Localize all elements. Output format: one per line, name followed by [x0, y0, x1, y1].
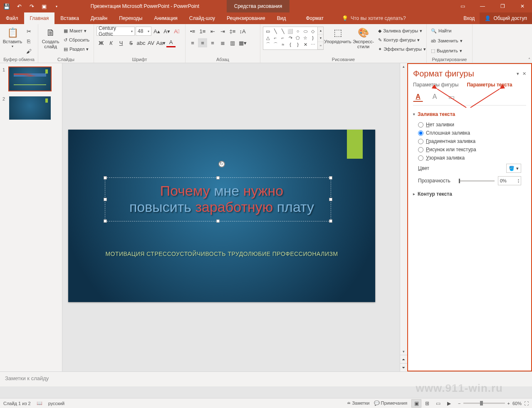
arrange-button[interactable]: ⬚ Упорядочить: [325, 27, 350, 45]
paste-button[interactable]: 📋 Вставить ▾: [2, 27, 22, 49]
start-from-beginning-icon[interactable]: ▣: [41, 3, 47, 10]
close-icon[interactable]: ✕: [513, 0, 532, 12]
align-text-icon[interactable]: ▦▾: [238, 38, 247, 47]
tab-file[interactable]: Файл: [0, 12, 24, 24]
share-button[interactable]: 👤 Общий доступ: [480, 12, 532, 24]
reset-button[interactable]: ↺ Сбросить: [62, 36, 91, 44]
increase-font-icon[interactable]: A▴: [152, 27, 161, 36]
resize-handle[interactable]: [329, 219, 332, 223]
slide-accent-shape[interactable]: [347, 130, 363, 159]
tab-format[interactable]: Формат: [300, 12, 329, 24]
justify-icon[interactable]: ≣: [218, 38, 227, 47]
layout-button[interactable]: ▦ Макет ▾: [62, 27, 91, 35]
columns-icon[interactable]: ▥: [228, 38, 237, 47]
shape-fill-button[interactable]: ◆ Заливка фигуры ▾: [376, 27, 428, 35]
next-slide-icon[interactable]: ⏷: [400, 363, 407, 371]
shapes-gallery[interactable]: ▭╲╲⬜○⬭◇ △⌐⌐↷⬠☆} ⌒⌒≈{}✕⋯: [263, 27, 318, 50]
radio-no-fill[interactable]: Нет заливки: [413, 120, 526, 129]
undo-icon[interactable]: ↶: [16, 3, 22, 10]
radio-pattern-fill[interactable]: Узорная заливка: [413, 154, 526, 162]
text-direction-icon[interactable]: ↕A: [238, 27, 247, 36]
ribbon-display-icon[interactable]: ▭: [453, 0, 472, 12]
tell-me-input[interactable]: 💡 Что вы хотите сделать?: [342, 12, 406, 24]
underline-icon[interactable]: Ч: [116, 38, 126, 47]
slide-title-text[interactable]: Почему мне нужно повысить заработную пла…: [110, 183, 334, 215]
sign-in-link[interactable]: Вход: [458, 15, 480, 21]
format-painter-icon[interactable]: 🖌: [24, 47, 33, 56]
text-effects-icon[interactable]: A: [430, 92, 440, 102]
language-indicator[interactable]: русский: [48, 401, 64, 406]
tab-design[interactable]: Дизайн: [85, 12, 113, 24]
transparency-input[interactable]: 0%▴▾: [498, 176, 521, 185]
select-button[interactable]: ⬚ Выделить ▾: [429, 47, 464, 55]
qat-more-icon[interactable]: ▾: [53, 3, 60, 10]
find-button[interactable]: 🔍 Найти: [429, 27, 453, 35]
rotation-handle[interactable]: [218, 161, 225, 167]
normal-view-icon[interactable]: ▣: [411, 399, 421, 408]
strike-icon[interactable]: S̶: [126, 38, 136, 47]
shape-effects-button[interactable]: ✦ Эффекты фигуры ▾: [376, 45, 428, 53]
align-right-icon[interactable]: ≡: [208, 38, 217, 47]
reading-view-icon[interactable]: ▭: [433, 399, 443, 408]
section-text-outline[interactable]: ▸Контур текста: [413, 191, 526, 197]
decrease-indent-icon[interactable]: ⇤: [208, 27, 217, 36]
comments-toggle[interactable]: 💬 Примечания: [374, 401, 408, 406]
tab-transitions[interactable]: Переходы: [113, 12, 148, 24]
resize-handle[interactable]: [104, 219, 107, 223]
notes-pane[interactable]: Заметки к слайду: [0, 371, 532, 386]
prev-slide-icon[interactable]: ⏶: [400, 355, 407, 363]
align-left-icon[interactable]: ≡: [188, 38, 197, 47]
tab-home[interactable]: Главная: [24, 12, 55, 24]
increase-indent-icon[interactable]: ⇥: [218, 27, 227, 36]
text-fill-outline-icon[interactable]: A: [413, 92, 423, 102]
cut-icon[interactable]: ✂: [24, 27, 33, 36]
maximize-icon[interactable]: ❐: [493, 0, 512, 12]
slideshow-view-icon[interactable]: ▶: [444, 399, 454, 408]
fit-to-window-icon[interactable]: ⛶: [524, 401, 529, 406]
radio-picture-fill[interactable]: Рисунок или текстура: [413, 145, 526, 154]
slide-subtitle-text[interactable]: МОТИВАЦИЯ СТРЕССОУСТОЙЧИВОСТЬ ТРУДОЛЮБИЕ…: [89, 251, 354, 257]
bullets-icon[interactable]: •≡: [188, 27, 197, 36]
redo-icon[interactable]: ↷: [28, 3, 35, 10]
change-case-icon[interactable]: Aa▾: [156, 38, 166, 47]
clear-format-icon[interactable]: A⃠: [172, 27, 181, 36]
transparency-slider[interactable]: [459, 180, 495, 182]
italic-icon[interactable]: К: [106, 38, 116, 47]
tab-review[interactable]: Рецензирование: [221, 12, 271, 24]
sorter-view-icon[interactable]: ⊞: [422, 399, 432, 408]
section-text-fill[interactable]: ▾Заливка текста: [413, 111, 526, 117]
tab-insert[interactable]: Вставка: [54, 12, 85, 24]
align-center-icon[interactable]: ≡: [198, 38, 207, 47]
resize-handle[interactable]: [216, 219, 220, 223]
color-picker-button[interactable]: 🪣 ▾: [506, 164, 521, 173]
zoom-in-icon[interactable]: +: [507, 401, 510, 406]
section-button[interactable]: ▤ Раздел ▾: [62, 45, 91, 53]
resize-handle[interactable]: [216, 176, 220, 179]
zoom-slider[interactable]: [463, 403, 505, 404]
shape-outline-button[interactable]: ✎ Контур фигуры ▾: [376, 36, 428, 44]
line-spacing-icon[interactable]: ‡≡: [228, 27, 237, 36]
vertical-scrollbar[interactable]: ▴ ▾ ⏶ ⏷: [400, 63, 407, 371]
bold-icon[interactable]: Ж: [97, 38, 106, 47]
font-size-combo[interactable]: 48▾: [136, 27, 151, 36]
zoom-out-icon[interactable]: −: [458, 401, 460, 406]
slide-editor[interactable]: Почему мне нужно повысить заработную пла…: [62, 63, 407, 371]
char-spacing-icon[interactable]: AV: [146, 38, 156, 47]
radio-solid-fill[interactable]: Сплошная заливка: [413, 129, 526, 137]
resize-handle[interactable]: [104, 176, 107, 179]
new-slide-button[interactable]: 🗎 Создать слайд: [41, 27, 60, 50]
tab-view[interactable]: Вид: [271, 12, 292, 24]
save-icon[interactable]: 💾: [3, 3, 10, 10]
scroll-down-icon[interactable]: ▾: [400, 348, 407, 355]
pane-options-icon[interactable]: ▾: [517, 71, 519, 76]
minimize-icon[interactable]: —: [473, 0, 492, 12]
shadow-icon[interactable]: abc: [136, 38, 146, 47]
thumbnail-slide-2[interactable]: 2: [2, 96, 59, 120]
notes-toggle[interactable]: ≐ Заметки: [347, 401, 369, 406]
tab-animations[interactable]: Анимация: [148, 12, 183, 24]
scroll-up-icon[interactable]: ▴: [400, 63, 407, 70]
textbox-icon[interactable]: ▭: [446, 92, 456, 102]
resize-handle[interactable]: [104, 198, 107, 201]
font-name-combo[interactable]: Century Gothic▾: [97, 27, 135, 36]
font-color-icon[interactable]: A: [166, 38, 176, 47]
